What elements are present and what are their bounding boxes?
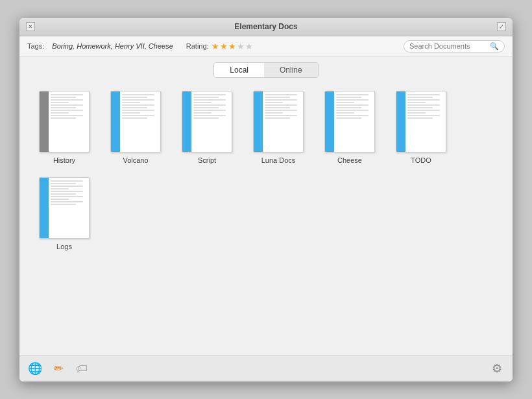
globe-icon[interactable]: 🌐: [27, 361, 43, 376]
stars-container[interactable]: ★★★★★: [212, 42, 253, 51]
tab-online[interactable]: Online: [264, 63, 318, 77]
maximize-button[interactable]: ⤢: [497, 22, 506, 31]
pencil-icon[interactable]: ✏: [51, 361, 66, 376]
close-button[interactable]: ✕: [26, 22, 35, 31]
search-input[interactable]: [409, 42, 487, 50]
document-label: Cheese: [337, 156, 362, 164]
gear-icon[interactable]: ⚙: [489, 361, 505, 376]
star-3[interactable]: ★: [228, 42, 236, 51]
search-icon: 🔍: [490, 42, 499, 51]
tags-label: Tags:: [27, 42, 44, 50]
star-2[interactable]: ★: [220, 42, 228, 51]
document-label: History: [53, 156, 75, 164]
document-item-todo[interactable]: TODO: [392, 91, 450, 164]
document-label: Luna Docs: [261, 156, 296, 164]
tabs-container: LocalOnline: [213, 62, 318, 78]
document-item-history[interactable]: History: [35, 91, 93, 164]
document-label: Volcano: [123, 156, 148, 164]
tab-bar: LocalOnline: [19, 57, 513, 78]
star-4[interactable]: ★: [237, 42, 245, 51]
document-item-logs[interactable]: Logs: [35, 177, 93, 250]
content-area: HistoryVolcanoScriptLuna DocsCheeseTODOL…: [19, 78, 513, 356]
document-label: Logs: [56, 243, 72, 250]
toolbar: Tags: Boring, Homework, Henry VII, Chees…: [19, 36, 513, 57]
search-box[interactable]: 🔍: [404, 40, 505, 53]
document-item-volcano[interactable]: Volcano: [106, 91, 165, 164]
bottombar: 🌐 ✏ 🏷 ⚙: [19, 356, 513, 381]
tag-icon[interactable]: 🏷: [74, 361, 90, 376]
bottom-left-icons: 🌐 ✏ 🏷: [27, 361, 90, 376]
document-label: TODO: [411, 156, 431, 164]
document-grid: HistoryVolcanoScriptLuna DocsCheeseTODOL…: [32, 88, 500, 253]
document-item-cheese[interactable]: Cheese: [320, 91, 379, 164]
document-label: Script: [198, 156, 216, 164]
tags-value: Boring, Homework, Henry VII, Cheese: [52, 42, 173, 50]
star-5[interactable]: ★: [245, 42, 253, 51]
rating-label: Rating:: [186, 42, 209, 50]
rating-section: Rating: ★★★★★: [186, 42, 253, 51]
main-window: ✕ Elementary Docs ⤢ Tags: Boring, Homewo…: [19, 18, 513, 381]
document-item-luna-docs[interactable]: Luna Docs: [249, 91, 308, 164]
star-1[interactable]: ★: [212, 42, 219, 51]
tab-local[interactable]: Local: [214, 63, 264, 77]
window-title: Elementary Docs: [234, 22, 297, 31]
document-item-script[interactable]: Script: [178, 91, 236, 164]
titlebar: ✕ Elementary Docs ⤢: [19, 18, 513, 36]
